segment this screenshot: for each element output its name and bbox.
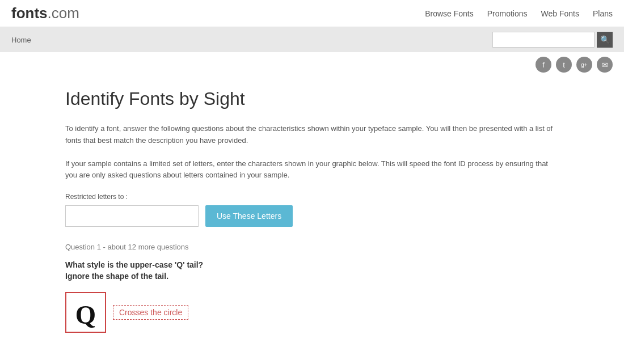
search-area: 🔍 [492,32,613,48]
nav-web-fonts[interactable]: Web Fonts [541,9,579,18]
q-letter-image[interactable]: Q [65,292,106,333]
social-bar: f t g+ ✉ [0,52,624,77]
question-meta: Question 1 - about 12 more questions [65,243,559,251]
nav-promotions[interactable]: Promotions [487,9,528,18]
google-plus-icon[interactable]: g+ [576,57,592,73]
letters-row: Use These Letters [65,205,559,227]
search-button[interactable]: 🔍 [597,32,613,48]
svg-text:Q: Q [75,300,96,328]
restricted-letters-input[interactable] [65,205,199,227]
answer-row: Q Crosses the circle [65,292,559,333]
twitter-icon[interactable]: t [556,57,572,73]
description-2: If your sample contains a limited set of… [65,158,559,182]
use-letters-button[interactable]: Use These Letters [205,205,293,227]
page-title: Identify Fonts by Sight [65,88,559,109]
email-icon[interactable]: ✉ [597,57,613,73]
facebook-icon[interactable]: f [536,57,551,73]
breadcrumb-bar: Home 🔍 [0,27,624,52]
logo-bold: fonts [11,5,48,22]
header: fonts.com Browse Fonts Promotions Web Fo… [0,0,624,27]
nav-plans[interactable]: Plans [593,9,613,18]
search-input[interactable] [492,32,595,48]
main-content: Identify Fonts by Sight To identify a fo… [0,77,624,355]
logo-light: .com [48,5,79,22]
breadcrumb[interactable]: Home [11,36,31,44]
logo[interactable]: fonts.com [11,5,79,22]
question-text: What style is the upper-case 'Q' tail? [65,260,559,269]
q-svg: Q [70,297,101,328]
answer-option-crosses-circle[interactable]: Crosses the circle [113,305,188,320]
restricted-label: Restricted letters to : [65,193,559,201]
main-nav: Browse Fonts Promotions Web Fonts Plans [425,9,613,18]
description-1: To identify a font, answer the following… [65,123,559,147]
question-sub: Ignore the shape of the tail. [65,272,559,281]
nav-browse-fonts[interactable]: Browse Fonts [425,9,474,18]
